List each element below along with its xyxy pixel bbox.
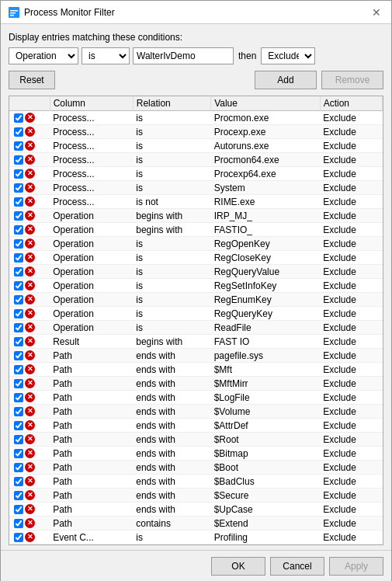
apply-button[interactable]: Apply — [329, 557, 383, 576]
row-relation: ends with — [133, 349, 210, 363]
table-row[interactable]: ✕Pathends with$BadClusExclude — [9, 475, 383, 489]
row-relation: ends with — [133, 489, 210, 503]
table-row[interactable]: ✕Pathends with$UpCaseExclude — [9, 503, 383, 517]
table-row[interactable]: ✕Process...isProcmon.exeExclude — [9, 111, 383, 125]
row-checkbox[interactable] — [14, 225, 23, 235]
table-row[interactable]: ✕Pathends with$MftExclude — [9, 363, 383, 377]
row-checkbox[interactable] — [14, 393, 23, 402]
row-checkbox[interactable] — [14, 519, 23, 528]
x-icon: ✕ — [25, 434, 35, 444]
app-icon — [9, 7, 19, 18]
row-checkbox[interactable] — [14, 141, 23, 151]
row-checkbox[interactable] — [14, 477, 23, 486]
row-checkbox[interactable] — [14, 449, 23, 458]
row-checkbox[interactable] — [14, 113, 23, 123]
row-checkbox[interactable] — [14, 155, 23, 165]
row-checkbox[interactable] — [14, 127, 23, 137]
table-row[interactable]: ✕OperationisRegOpenKeyExclude — [9, 237, 383, 251]
table-row[interactable]: ✕Pathends with$SecureExclude — [9, 489, 383, 503]
relation-select[interactable]: isis notless thanmore thanbegins withend… — [82, 47, 130, 64]
row-checkbox[interactable] — [14, 211, 23, 221]
table-row[interactable]: ✕OperationisReadFileExclude — [9, 321, 383, 335]
table-row[interactable]: ✕Operationbegins withIRP_MJ_Exclude — [9, 209, 383, 223]
row-checkbox[interactable] — [14, 365, 23, 374]
table-row[interactable]: ✕OperationisRegCloseKeyExclude — [9, 251, 383, 265]
process-monitor-filter-dialog: Process Monitor Filter ✕ Display entries… — [0, 0, 392, 581]
row-checkbox[interactable] — [14, 463, 23, 472]
value-input[interactable] — [133, 47, 234, 64]
row-checkbox[interactable] — [14, 491, 23, 500]
row-checkbox[interactable] — [14, 169, 23, 179]
row-value: Autoruns.exe — [211, 139, 321, 153]
row-checkbox[interactable] — [14, 351, 23, 360]
table-row[interactable]: ✕Pathends with$RootExclude — [9, 433, 383, 447]
row-action: Exclude — [320, 447, 382, 461]
table-row[interactable]: ✕OperationisRegEnumKeyExclude — [9, 293, 383, 307]
table-row[interactable]: ✕Process...isProcexp.exeExclude — [9, 125, 383, 139]
row-checkbox[interactable] — [14, 435, 23, 444]
table-row[interactable]: ✕Pathends with$BitmapExclude — [9, 447, 383, 461]
row-checkbox[interactable] — [14, 253, 23, 263]
row-checkbox[interactable] — [14, 267, 23, 277]
row-relation: begins with — [133, 223, 210, 237]
add-button[interactable]: Add — [255, 71, 317, 89]
row-relation: ends with — [133, 419, 210, 433]
row-checkbox[interactable] — [14, 505, 23, 514]
ok-button[interactable]: OK — [211, 557, 265, 576]
row-checkbox[interactable] — [14, 183, 23, 193]
svg-rect-1 — [10, 10, 18, 12]
table-row[interactable]: ✕Pathends with$LogFileExclude — [9, 391, 383, 405]
row-checkbox[interactable] — [14, 407, 23, 416]
table-row[interactable]: ✕Operationbegins withFASTIO_Exclude — [9, 223, 383, 237]
table-row[interactable]: ✕Pathends with$VolumeExclude — [9, 405, 383, 419]
row-column: Operation — [50, 251, 133, 265]
reset-button[interactable]: Reset — [9, 71, 55, 89]
row-relation: is — [133, 167, 210, 181]
column-select[interactable]: ArchitectureAuthentication IDCategoryCom… — [9, 47, 78, 64]
table-row[interactable]: ✕OperationisRegQueryKeyExclude — [9, 307, 383, 321]
table-row[interactable]: ✕Resultbegins withFAST IOExclude — [9, 335, 383, 349]
row-checkbox[interactable] — [14, 281, 23, 290]
row-value: ReadFile — [211, 321, 321, 335]
row-action: Exclude — [320, 349, 382, 363]
action-select[interactable]: ExcludeInclude — [261, 47, 315, 64]
row-column: Operation — [50, 279, 133, 293]
remove-button[interactable]: Remove — [321, 71, 383, 89]
table-row[interactable]: ✕OperationisRegQueryValueExclude — [9, 265, 383, 279]
table-row[interactable]: ✕Process...isProcmon64.exeExclude — [9, 153, 383, 167]
row-value: RegQueryValue — [211, 265, 321, 279]
table-row[interactable]: ✕Pathcontains$ExtendExclude — [9, 517, 383, 531]
table-row[interactable]: ✕Pathends withpagefile.sysExclude — [9, 349, 383, 363]
row-action: Exclude — [320, 223, 382, 237]
table-row[interactable]: ✕Pathends with$MftMirrExclude — [9, 377, 383, 391]
row-relation: is — [133, 125, 210, 139]
row-checkbox[interactable] — [14, 323, 23, 332]
row-value: pagefile.sys — [211, 349, 321, 363]
table-row[interactable]: ✕Process...isSystemExclude — [9, 181, 383, 195]
cancel-button[interactable]: Cancel — [270, 557, 324, 576]
row-relation: ends with — [133, 363, 210, 377]
close-button[interactable]: ✕ — [369, 5, 383, 19]
header-action: Action — [320, 96, 382, 111]
table-row[interactable]: ✕Process...is notRIME.exeExclude — [9, 195, 383, 209]
row-checkbox[interactable] — [14, 533, 23, 542]
row-relation: is — [133, 321, 210, 335]
row-checkbox[interactable] — [14, 421, 23, 430]
row-checkbox[interactable] — [14, 337, 23, 346]
row-checkbox[interactable] — [14, 379, 23, 388]
row-column: Process... — [50, 181, 133, 195]
table-row[interactable]: ✕OperationisRegSetInfoKeyExclude — [9, 279, 383, 293]
table-row[interactable]: ✕Event C...isProfilingExclude — [9, 531, 383, 544]
row-checkbox[interactable] — [14, 197, 23, 207]
table-row[interactable]: ✕Pathends with$BootExclude — [9, 461, 383, 475]
row-checkbox[interactable] — [14, 309, 23, 318]
table-row[interactable]: ✕Pathends with$AttrDefExclude — [9, 419, 383, 433]
row-value: RIME.exe — [211, 195, 321, 209]
x-icon: ✕ — [25, 210, 35, 221]
table-row[interactable]: ✕Process...isProcexp64.exeExclude — [9, 167, 383, 181]
row-checkbox[interactable] — [14, 239, 23, 249]
x-icon: ✕ — [25, 490, 35, 500]
table-row[interactable]: ✕Process...isAutoruns.exeExclude — [9, 139, 383, 153]
row-checkbox[interactable] — [14, 295, 23, 304]
filter-row: ArchitectureAuthentication IDCategoryCom… — [9, 47, 383, 64]
